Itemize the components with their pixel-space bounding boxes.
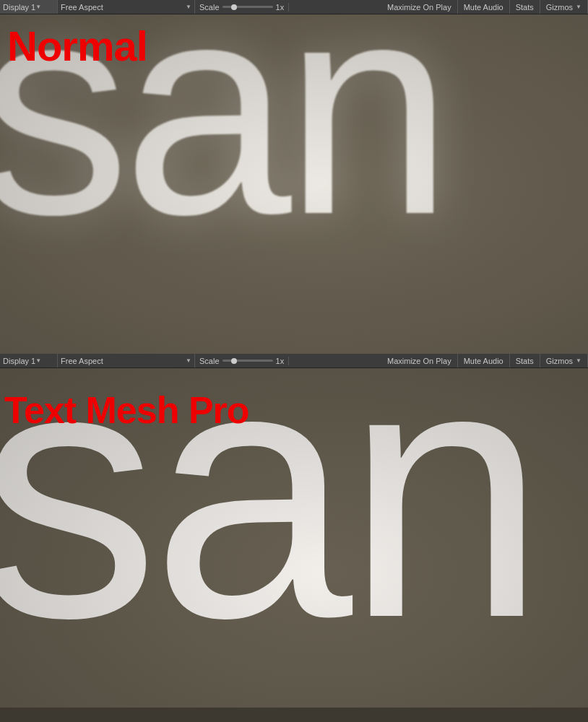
top-gizmos-button[interactable]: Gizmos ▼: [540, 0, 588, 14]
bottom-scale-label: Scale: [199, 357, 220, 365]
bottom-toolbar-right: Maximize On Play Mute Audio Stats Gizmos…: [381, 354, 588, 367]
bottom-aspect-label: Free Aspect: [61, 357, 103, 365]
bottom-stats-button[interactable]: Stats: [510, 354, 540, 367]
bottom-scale-control: Scale 1x: [195, 357, 289, 365]
bottom-mute-button[interactable]: Mute Audio: [458, 354, 510, 367]
top-mute-button[interactable]: Mute Audio: [458, 0, 510, 14]
bottom-display-dropdown[interactable]: Display 1 ▼: [0, 354, 58, 367]
top-scale-control: Scale 1x: [195, 3, 289, 12]
top-stats-button[interactable]: Stats: [510, 0, 540, 14]
bottom-toolbar: Display 1 ▼ Free Aspect ▼ Scale 1x Maxim…: [0, 354, 588, 368]
bottom-scale-slider[interactable]: [222, 360, 273, 362]
bottom-gizmos-arrow-icon: ▼: [576, 357, 581, 364]
top-display-arrow-icon: ▼: [35, 4, 41, 10]
bottom-panel: Display 1 ▼ Free Aspect ▼ Scale 1x Maxim…: [0, 354, 588, 722]
top-aspect-arrow-icon: ▼: [181, 4, 191, 10]
top-toolbar: Display 1 ▼ Free Aspect ▼ Scale 1x Maxim…: [0, 0, 588, 14]
top-display-dropdown[interactable]: Display 1 ▼: [0, 0, 58, 14]
top-aspect-dropdown[interactable]: Free Aspect ▼: [58, 0, 195, 14]
bottom-canvas-label: Text Mesh Pro: [4, 388, 249, 432]
top-aspect-label: Free Aspect: [61, 3, 103, 12]
top-scale-label: Scale: [199, 3, 220, 12]
top-display-label: Display 1: [3, 3, 35, 12]
top-scale-slider[interactable]: [222, 6, 273, 8]
top-scale-value: 1x: [276, 3, 285, 12]
top-maximize-button[interactable]: Maximize On Play: [381, 0, 458, 14]
bottom-display-label: Display 1: [3, 357, 35, 365]
bottom-scale-thumb: [231, 358, 237, 364]
top-toolbar-right: Maximize On Play Mute Audio Stats Gizmos…: [381, 0, 588, 14]
top-canvas-label: Normal: [7, 22, 147, 70]
bottom-canvas: Text Mesh Pro san: [0, 368, 588, 708]
top-scale-thumb: [231, 4, 237, 10]
bottom-maximize-button[interactable]: Maximize On Play: [381, 354, 458, 367]
bottom-display-arrow-icon: ▼: [35, 357, 41, 364]
bottom-scale-value: 1x: [276, 357, 285, 365]
bottom-gizmos-button[interactable]: Gizmos ▼: [540, 354, 588, 367]
top-panel: Display 1 ▼ Free Aspect ▼ Scale 1x Maxim…: [0, 0, 588, 354]
top-canvas: Normal san: [0, 14, 588, 354]
bottom-aspect-arrow-icon: ▼: [181, 357, 191, 364]
bottom-aspect-dropdown[interactable]: Free Aspect ▼: [58, 354, 195, 367]
top-gizmos-arrow-icon: ▼: [576, 4, 581, 10]
